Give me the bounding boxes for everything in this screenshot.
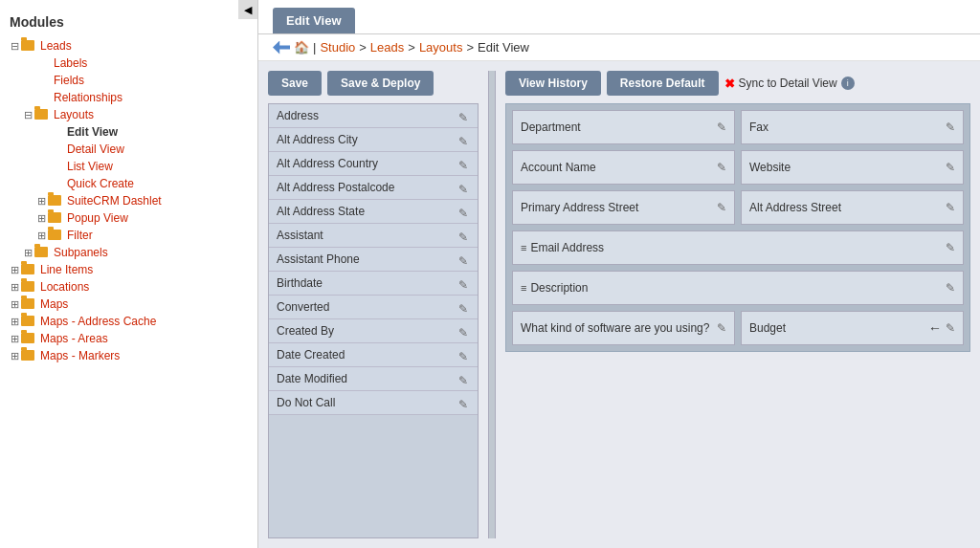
cell-label: Account Name — [521, 161, 596, 174]
sidebar-item-line-items[interactable]: ⊞Line Items — [0, 261, 257, 278]
sidebar-item-maps-address-cache[interactable]: ⊞Maps - Address Cache — [0, 313, 257, 330]
home-icon[interactable]: 🏠 — [294, 40, 309, 55]
tree-toggle-suitecrm-dashlet[interactable]: ⊞ — [34, 195, 48, 208]
tree-toggle-popup-view[interactable]: ⊞ — [34, 212, 48, 225]
sidebar-item-maps[interactable]: ⊞Maps — [0, 296, 257, 313]
sidebar-item-edit-view[interactable]: Edit View — [0, 123, 257, 141]
sidebar-item-layouts[interactable]: ⊟Layouts — [0, 106, 257, 123]
sidebar-item-popup-view[interactable]: ⊞Popup View — [0, 209, 257, 227]
sidebar-item-maps-areas[interactable]: ⊞Maps - Areas — [0, 330, 257, 347]
layout-cell-budget[interactable]: Budget←✎ — [741, 311, 964, 345]
pencil-icon[interactable] — [458, 373, 470, 384]
pencil-icon[interactable] — [458, 230, 470, 241]
layout-cell-account-name[interactable]: Account Name✎ — [512, 150, 735, 185]
info-icon[interactable]: i — [841, 77, 855, 90]
cell-pencil-icon[interactable]: ✎ — [946, 161, 955, 174]
cell-pencil-icon[interactable]: ✎ — [717, 161, 726, 174]
breadcrumb-studio[interactable]: Studio — [320, 40, 355, 55]
sync-label: ✖ Sync to Detail View i — [724, 77, 855, 91]
cell-pencil-icon[interactable]: ✎ — [717, 321, 726, 335]
sync-x-icon: ✖ — [724, 77, 735, 91]
pencil-icon[interactable] — [458, 134, 470, 145]
field-item-converted[interactable]: Converted — [269, 296, 478, 319]
field-item-assistant[interactable]: Assistant — [269, 224, 478, 248]
pencil-icon[interactable] — [458, 301, 470, 313]
sidebar-item-leads[interactable]: ⊟Leads — [0, 37, 257, 55]
sidebar-item-maps-markers[interactable]: ⊞Maps - Markers — [0, 347, 257, 364]
cell-pencil-icon[interactable]: ✎ — [717, 121, 726, 134]
sidebar-item-locations[interactable]: ⊞Locations — [0, 278, 257, 296]
breadcrumb-separator: | — [313, 40, 316, 55]
tree-toggle-maps-areas[interactable]: ⊞ — [8, 333, 21, 345]
tree-toggle-locations[interactable]: ⊞ — [8, 281, 21, 294]
tree-toggle-maps[interactable]: ⊞ — [8, 298, 21, 311]
tree-label-filter: Filter — [67, 229, 93, 242]
pencil-icon[interactable] — [458, 325, 470, 337]
layout-cell-what-kind-of-software-are-you-using[interactable]: What kind of software are you using?✎ — [512, 311, 735, 345]
field-item-birthdate[interactable]: Birthdate — [269, 272, 478, 296]
layout-cell-email-address[interactable]: ≡Email Address✎ — [512, 230, 964, 265]
layout-cell-alt-address-street[interactable]: Alt Address Street✎ — [741, 190, 964, 225]
layout-cell-fax[interactable]: Fax✎ — [741, 110, 964, 144]
layout-cell-description[interactable]: ≡Description✎ — [512, 271, 964, 305]
tree-toggle-maps-address-cache[interactable]: ⊞ — [8, 316, 21, 328]
sidebar-item-subpanels[interactable]: ⊞Subpanels — [0, 244, 257, 261]
tree-label-popup-view: Popup View — [67, 211, 128, 225]
field-item-alt-address-country[interactable]: Alt Address Country — [269, 152, 478, 176]
field-item-do-not-call[interactable]: Do Not Call — [269, 391, 478, 415]
pencil-icon[interactable] — [458, 110, 470, 121]
sidebar-collapse-button[interactable]: ◀ — [238, 0, 257, 19]
sidebar-item-relationships[interactable]: Relationships — [0, 89, 257, 106]
layout-panel: View History Restore Default ✖ Sync to D… — [505, 71, 970, 538]
tree-toggle-layouts[interactable]: ⊟ — [21, 109, 34, 121]
sidebar-item-labels[interactable]: Labels — [0, 55, 257, 72]
cell-pencil-icon[interactable]: ✎ — [946, 281, 955, 295]
sync-text[interactable]: Sync to Detail View — [739, 77, 837, 90]
pencil-icon[interactable] — [458, 206, 470, 217]
save-deploy-button[interactable]: Save & Deploy — [327, 71, 434, 96]
save-button[interactable]: Save — [268, 71, 322, 96]
tree-toggle-filter[interactable]: ⊞ — [34, 230, 48, 242]
restore-default-button[interactable]: Restore Default — [607, 71, 719, 96]
pencil-icon[interactable] — [458, 277, 470, 289]
cell-pencil-icon[interactable]: ✎ — [946, 321, 955, 335]
tree-toggle-maps-markers[interactable]: ⊞ — [8, 350, 21, 362]
field-item-address[interactable]: Address — [269, 104, 478, 128]
sidebar-item-filter[interactable]: ⊞Filter — [0, 227, 257, 244]
pencil-icon[interactable] — [458, 182, 470, 193]
breadcrumb-layouts[interactable]: Layouts — [419, 40, 463, 55]
cell-label: Budget — [749, 321, 786, 335]
view-history-button[interactable]: View History — [505, 71, 601, 96]
sidebar-item-fields[interactable]: Fields — [0, 72, 257, 89]
cell-pencil-icon[interactable]: ✎ — [946, 121, 955, 134]
tab-edit-view[interactable]: Edit View — [273, 8, 355, 33]
field-item-assistant-phone[interactable]: Assistant Phone — [269, 248, 478, 272]
field-item-alt-address-city[interactable]: Alt Address City — [269, 128, 478, 152]
cell-pencil-icon[interactable]: ✎ — [717, 201, 726, 214]
field-item-alt-address-postalcode[interactable]: Alt Address Postalcode — [269, 176, 478, 200]
tree-label-fields: Fields — [54, 74, 84, 87]
tree-toggle-line-items[interactable]: ⊞ — [8, 264, 21, 276]
pencil-icon[interactable] — [458, 253, 470, 265]
tree-toggle-leads[interactable]: ⊟ — [8, 40, 21, 53]
field-item-created-by[interactable]: Created By — [269, 319, 478, 343]
pencil-icon[interactable] — [458, 158, 470, 169]
sidebar-title: Modules — [0, 10, 257, 37]
sidebar-item-detail-view[interactable]: Detail View — [0, 141, 257, 158]
pencil-icon[interactable] — [458, 349, 470, 361]
field-item-date-created[interactable]: Date Created — [269, 343, 478, 367]
field-item-date-modified[interactable]: Date Modified — [269, 367, 478, 391]
sidebar-item-list-view[interactable]: List View — [0, 158, 257, 175]
layout-cell-department[interactable]: Department✎ — [512, 110, 735, 144]
layout-cell-website[interactable]: Website✎ — [741, 150, 964, 185]
sidebar-item-suitecrm-dashlet[interactable]: ⊞SuiteCRM Dashlet — [0, 192, 257, 209]
cell-pencil-icon[interactable]: ✎ — [946, 241, 955, 254]
field-item-alt-address-state[interactable]: Alt Address State — [269, 200, 478, 224]
cell-pencil-icon[interactable]: ✎ — [946, 201, 955, 214]
sidebar-item-quick-create[interactable]: Quick Create — [0, 175, 257, 192]
layout-cell-primary-address-street[interactable]: Primary Address Street✎ — [512, 190, 735, 225]
pencil-icon[interactable] — [458, 397, 470, 408]
breadcrumb-leads[interactable]: Leads — [370, 40, 404, 55]
back-button[interactable] — [273, 41, 290, 55]
tree-toggle-subpanels[interactable]: ⊞ — [21, 247, 34, 259]
